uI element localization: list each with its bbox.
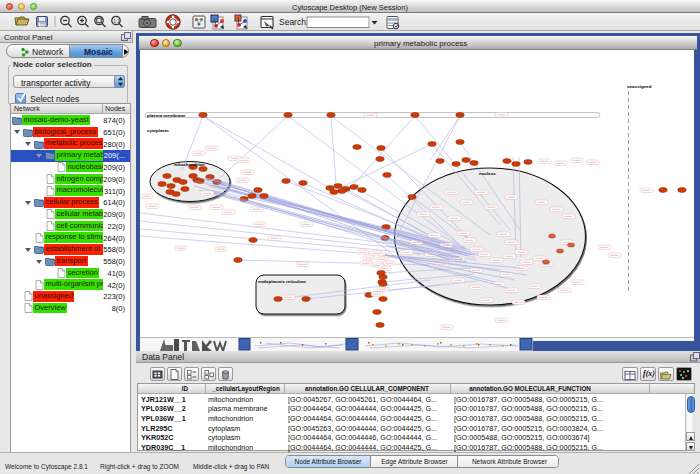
svg-text:unassigned: unassigned xyxy=(627,84,652,89)
svg-text:endoplasmic reticulum: endoplasmic reticulum xyxy=(258,279,306,284)
svg-text:cytoplasm: cytoplasm xyxy=(147,128,169,133)
svg-text:1:1: 1:1 xyxy=(114,19,121,24)
svg-text:mitochondrion: mitochondrion xyxy=(174,162,205,167)
svg-text:Search:: Search: xyxy=(279,17,308,27)
svg-text:nucleus: nucleus xyxy=(479,171,496,176)
svg-text:plasma membrane: plasma membrane xyxy=(147,113,186,118)
